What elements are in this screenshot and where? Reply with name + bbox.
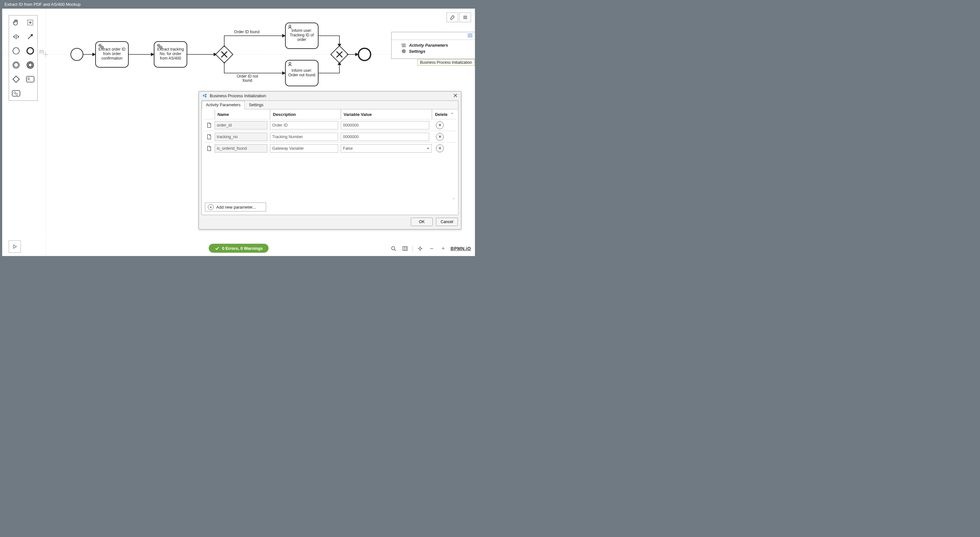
svg-point-66 <box>402 49 406 53</box>
shape-end-event[interactable] <box>23 44 37 58</box>
svg-text:Order ID found: Order ID found <box>234 30 259 34</box>
param-name-input[interactable] <box>215 133 267 141</box>
panel-item-settings[interactable]: Settings <box>401 49 472 54</box>
delete-row-button[interactable]: ✕ <box>436 145 444 152</box>
brush-button[interactable] <box>447 13 458 22</box>
menu-button[interactable] <box>460 13 471 22</box>
svg-marker-71 <box>14 245 16 249</box>
row-type-icon <box>204 134 215 140</box>
shape-service-task[interactable] <box>9 86 23 100</box>
svg-point-52 <box>28 78 30 79</box>
canvas-toolbar <box>447 13 471 22</box>
chevron-down-icon[interactable]: ▾ <box>425 144 432 153</box>
plus-icon: + <box>208 204 214 210</box>
svg-point-69 <box>205 94 207 96</box>
shape-intermediate-event-bold[interactable] <box>23 58 37 72</box>
param-value-input[interactable] <box>341 121 429 129</box>
svg-text:found: found <box>243 78 252 83</box>
dialog-title-text: Business Process Initialization <box>210 93 266 98</box>
tool-connect[interactable] <box>23 30 37 44</box>
window-title: Extract ID from PDF and AS/400 Mockup <box>0 0 477 8</box>
param-desc-input[interactable] <box>270 133 338 141</box>
close-icon[interactable]: ✕ <box>453 93 458 99</box>
app-root: Extract ID from PDF and AS/400 Mockup (0… <box>0 0 477 258</box>
panel-menu-icon[interactable] <box>467 33 473 39</box>
end-event[interactable] <box>358 48 371 61</box>
zoom-in-button[interactable]: + <box>439 244 447 253</box>
search-icon[interactable] <box>389 244 398 253</box>
tool-hand[interactable] <box>9 16 23 30</box>
fit-view-icon[interactable] <box>416 244 424 253</box>
bpmn-logo[interactable]: BPMN.iO <box>451 246 471 251</box>
param-value-select-display[interactable] <box>341 144 425 153</box>
scroll-down-icon[interactable]: ⌄ <box>452 196 455 200</box>
ok-button[interactable]: OK <box>411 218 433 226</box>
add-parameter-label: Add new parameter... <box>216 205 256 210</box>
svg-rect-50 <box>13 76 19 83</box>
tab-settings[interactable]: Settings <box>245 101 268 109</box>
svg-text:Order ID not: Order ID not <box>237 74 258 78</box>
svg-point-68 <box>203 95 205 97</box>
row-type-icon <box>204 122 215 128</box>
parameters-table: Name Description Variable Value Delete ⌃ <box>202 110 458 215</box>
param-name-input[interactable] <box>215 121 267 129</box>
svg-point-47 <box>14 63 18 67</box>
add-parameter-button[interactable]: + Add new parameter... <box>205 202 266 212</box>
panel-item-label: Settings <box>409 49 425 54</box>
table-row: ✕ <box>204 131 456 142</box>
palette-empty <box>23 86 37 100</box>
shape-gateway[interactable] <box>9 72 23 86</box>
dialog-tabs: Activity Parameters Settings <box>202 101 458 110</box>
panel-item-activity-parameters[interactable]: Activity Parameters <box>401 43 472 48</box>
header-value: Variable Value <box>341 110 432 119</box>
list-icon <box>401 43 406 48</box>
row-type-icon <box>204 145 215 151</box>
svg-point-45 <box>27 48 33 54</box>
header-description: Description <box>270 110 341 119</box>
table-header: Name Description Variable Value Delete ⌃ <box>204 110 456 119</box>
window-title-text: Extract ID from PDF and AS/400 Mockup <box>5 2 80 7</box>
properties-panel: Activity Parameters Settings Business Pr… <box>391 32 475 59</box>
delete-row-button[interactable]: ✕ <box>436 133 444 141</box>
tab-activity-parameters[interactable]: Activity Parameters <box>202 101 245 110</box>
svg-point-55 <box>16 93 18 95</box>
start-event[interactable] <box>71 48 83 61</box>
table-row: ✕ <box>204 119 456 131</box>
status-bar[interactable]: 0 Errors, 0 Warnings <box>208 244 269 253</box>
canvas-controls: − + BPMN.iO <box>389 244 471 253</box>
param-value-input[interactable] <box>341 133 429 141</box>
header-name: Name <box>215 110 270 119</box>
svg-point-44 <box>13 48 19 54</box>
svg-point-70 <box>205 96 207 97</box>
check-icon <box>214 245 220 251</box>
param-desc-input[interactable] <box>270 121 338 129</box>
svg-point-54 <box>14 92 16 94</box>
shape-user-task[interactable] <box>23 72 37 86</box>
shape-start-event[interactable] <box>9 44 23 58</box>
param-desc-input[interactable] <box>270 144 338 153</box>
table-row: ▾ ✕ <box>204 142 456 154</box>
minimap-icon[interactable] <box>401 244 409 253</box>
param-value-select[interactable]: ▾ <box>341 144 432 153</box>
dialog-titlebar[interactable]: Business Process Initialization ✕ <box>199 91 461 100</box>
svg-line-73 <box>395 250 396 251</box>
svg-rect-74 <box>403 247 407 250</box>
status-text: 0 Errors, 0 Warnings <box>222 246 263 251</box>
zoom-out-button[interactable]: − <box>428 244 436 253</box>
param-name-input[interactable] <box>215 144 267 153</box>
ruler-origin-label: (0) <box>39 49 44 54</box>
shape-intermediate-event[interactable] <box>9 58 23 72</box>
canvas[interactable]: (0) Extract order ID from order confirma… <box>2 8 475 256</box>
delete-row-button[interactable]: ✕ <box>436 121 444 129</box>
run-button[interactable] <box>9 241 21 253</box>
svg-point-72 <box>391 247 395 250</box>
svg-rect-53 <box>12 91 20 96</box>
header-delete: Delete <box>432 110 448 119</box>
svg-point-67 <box>403 51 404 52</box>
tool-lasso[interactable] <box>23 16 37 30</box>
gear-icon <box>401 49 406 54</box>
svg-rect-51 <box>26 76 34 82</box>
panel-item-label: Activity Parameters <box>409 43 448 48</box>
cancel-button[interactable]: Cancel <box>436 218 458 226</box>
tool-space[interactable] <box>9 30 23 44</box>
